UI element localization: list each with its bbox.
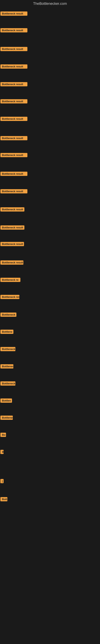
bottleneck-badge-row-17: Bottleneck resul	[0, 295, 19, 300]
bottleneck-badge-row-10: Bottleneck result	[0, 172, 27, 177]
bottleneck-badge-row-11: Bottleneck result	[0, 189, 27, 194]
bottleneck-badge-6[interactable]: Bottleneck result	[0, 99, 27, 104]
bottleneck-badge-row-24: Bottleneck	[0, 416, 13, 420]
bottleneck-badge-22[interactable]: Bottleneck re	[0, 381, 15, 386]
bottleneck-badge-2[interactable]: Bottleneck result	[0, 28, 27, 32]
bottleneck-badge-row-26: B	[0, 450, 3, 455]
bottleneck-badge-17[interactable]: Bottleneck resul	[0, 295, 19, 299]
bottleneck-badge-27[interactable]: |	[0, 479, 3, 483]
bottleneck-badge-26[interactable]: B	[0, 450, 3, 454]
bottleneck-badge-7[interactable]: Bottleneck result	[0, 117, 27, 121]
bottleneck-badge-19[interactable]: Bottlene	[0, 330, 13, 334]
bottleneck-badge-row-6: Bottleneck result	[0, 99, 27, 104]
bottleneck-badge-23[interactable]: Bottlen	[0, 398, 12, 403]
bottleneck-badge-20[interactable]: Bottleneck r	[0, 347, 15, 351]
bottleneck-badge-row-9: Bottleneck result	[0, 153, 27, 158]
bottleneck-badge-row-13: Bottleneck result	[0, 226, 24, 230]
bottleneck-badge-row-1: Bottleneck result	[0, 12, 27, 16]
bottleneck-badge-row-16: Bottleneck re	[0, 278, 20, 283]
bottleneck-badge-24[interactable]: Bottleneck	[0, 416, 13, 420]
bottleneck-badge-15[interactable]: Bottleneck result	[0, 260, 23, 265]
bottleneck-badge-28[interactable]: Bott	[0, 497, 7, 501]
bottleneck-badge-4[interactable]: Bottleneck result	[0, 64, 27, 69]
bottleneck-badge-row-21: Bottleneck	[0, 364, 13, 369]
bottleneck-badge-25[interactable]: Bo	[0, 433, 6, 437]
bottleneck-badge-row-19: Bottlene	[0, 330, 13, 335]
bottleneck-badge-row-14: Bottleneck result	[0, 242, 24, 247]
bottleneck-badge-8[interactable]: Bottleneck result	[0, 136, 27, 140]
bottleneck-badge-18[interactable]: Bottleneck	[0, 312, 16, 317]
bottleneck-badge-3[interactable]: Bottleneck result	[0, 47, 27, 51]
bottleneck-badge-row-27: |	[0, 479, 3, 484]
bottleneck-badge-11[interactable]: Bottleneck result	[0, 189, 27, 194]
bottleneck-badge-row-15: Bottleneck result	[0, 260, 23, 266]
bottleneck-badge-row-4: Bottleneck result	[0, 64, 27, 70]
bottleneck-badge-row-23: Bottlen	[0, 398, 12, 404]
bottleneck-badge-row-3: Bottleneck result	[0, 47, 27, 52]
bottleneck-badge-row-18: Bottleneck	[0, 312, 16, 318]
bottleneck-badge-1[interactable]: Bottleneck result	[0, 12, 27, 16]
bottleneck-badge-row-7: Bottleneck result	[0, 117, 27, 122]
bottleneck-badge-row-28: Bott	[0, 497, 7, 502]
bottleneck-badge-5[interactable]: Bottleneck result	[0, 82, 27, 86]
bottleneck-badge-14[interactable]: Bottleneck result	[0, 242, 24, 246]
bottleneck-badge-16[interactable]: Bottleneck re	[0, 278, 20, 282]
bottleneck-badge-row-8: Bottleneck result	[0, 136, 27, 141]
site-title: TheBottlenecker.com	[0, 0, 100, 8]
bottleneck-badge-21[interactable]: Bottleneck	[0, 364, 13, 368]
bottleneck-badge-10[interactable]: Bottleneck result	[0, 172, 27, 176]
bottleneck-badge-row-2: Bottleneck result	[0, 28, 27, 33]
bottleneck-badge-row-22: Bottleneck re	[0, 381, 15, 386]
bottleneck-badge-row-12: Bottleneck result	[0, 207, 24, 212]
bottleneck-badge-row-20: Bottleneck r	[0, 347, 15, 352]
bottleneck-badge-13[interactable]: Bottleneck result	[0, 226, 24, 230]
bottleneck-badge-9[interactable]: Bottleneck result	[0, 153, 27, 157]
bottleneck-badge-row-25: Bo	[0, 433, 6, 438]
bottleneck-badge-row-5: Bottleneck result	[0, 82, 27, 87]
bottleneck-badge-12[interactable]: Bottleneck result	[0, 207, 24, 212]
